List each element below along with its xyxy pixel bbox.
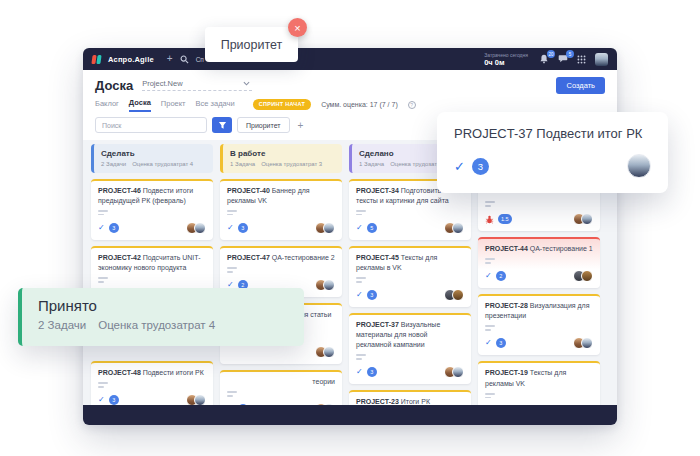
estimate-badge: 3 xyxy=(109,223,119,233)
accepted-task-count: 2 Задачи xyxy=(38,319,86,331)
check-icon: ✓ xyxy=(485,338,492,348)
avatar xyxy=(323,279,335,291)
avatar xyxy=(323,222,335,234)
description-icon xyxy=(485,200,495,208)
task-id: PROJECT-46 xyxy=(98,187,141,194)
avatar xyxy=(627,154,651,178)
estimate-badge: 2 xyxy=(496,271,506,281)
check-icon: ✓ xyxy=(356,367,363,377)
quick-add-button[interactable]: + xyxy=(167,54,173,64)
estimate-badge: 3 xyxy=(367,290,377,300)
avatar xyxy=(581,270,593,282)
messages-icon[interactable]: 5 xyxy=(558,54,568,64)
nav-menu-item[interactable]: Сп xyxy=(196,56,204,63)
task-card[interactable]: PROJECT-45 Тексты для рекламы в VK ✓ 3 xyxy=(349,246,471,307)
priority-tooltip: Приоритет × xyxy=(205,27,298,62)
task-card[interactable]: PROJECT-37 Визуальные материалы для ново… xyxy=(349,313,471,384)
notifications-bell-icon[interactable]: 20 xyxy=(539,54,549,64)
accepted-title: Принято xyxy=(38,297,288,314)
check-icon: ✓ xyxy=(454,159,465,174)
task-id: PROJECT-48 xyxy=(98,369,141,376)
task-id: PROJECT-37 xyxy=(356,321,399,328)
task-id: PROJECT-19 xyxy=(485,369,528,376)
accepted-effort: Оценка трудозатрат 4 xyxy=(98,319,215,331)
notifications-count-badge: 20 xyxy=(547,50,555,58)
avatar xyxy=(581,337,593,349)
description-icon xyxy=(227,390,237,398)
check-icon: ✓ xyxy=(356,223,363,233)
task-id: PROJECT-47 xyxy=(227,254,270,261)
task-popup-card[interactable]: PROJECT-37 Подвести итог РК ✓ 3 xyxy=(437,112,668,193)
create-button[interactable]: Создать xyxy=(556,77,605,94)
task-id: PROJECT-28 xyxy=(485,302,528,309)
time-tracker: Затрачено сегодня 0ч 0м xyxy=(484,52,528,67)
column-header: Сделать 2 Задачи Оценка трудозатрат 4 xyxy=(91,144,213,173)
close-icon[interactable]: × xyxy=(288,18,307,37)
tab-project[interactable]: Проект xyxy=(161,99,186,111)
column-task-count: 1 Задача xyxy=(359,161,384,167)
accepted-column-callout: Принято 2 Задачи Оценка трудозатрат 4 xyxy=(18,288,304,346)
estimate-badge: 3 xyxy=(367,367,377,377)
avatar xyxy=(323,346,335,358)
apps-grid-icon[interactable] xyxy=(577,55,586,64)
task-card[interactable]: PROJECT-46 Подвести итоги предыдущей РК … xyxy=(91,179,213,240)
task-card[interactable]: PROJECT-44 QA-тестирование 1 ✓ 2 xyxy=(478,237,600,288)
column-effort: Оценка трудозатрат 3 xyxy=(261,161,322,167)
description-icon xyxy=(356,276,366,284)
estimate-badge: 1.5 xyxy=(498,214,512,224)
board-select[interactable]: Project.New xyxy=(142,79,252,91)
avatar xyxy=(194,222,206,234)
avatar xyxy=(452,289,464,301)
add-filter-button[interactable]: + xyxy=(298,120,304,131)
priority-filter-chip[interactable]: Приоритет xyxy=(237,117,290,133)
avatar xyxy=(452,222,464,234)
navbar-right: Затрачено сегодня 0ч 0м 20 5 xyxy=(484,52,608,67)
user-avatar[interactable] xyxy=(595,53,608,66)
sprint-status-badge: СПРИНТ НАЧАТ xyxy=(253,99,311,110)
tab-board[interactable]: Доска xyxy=(129,98,151,112)
task-card[interactable]: PROJECT-19 Тексты для рекламы VK ✓ 5 xyxy=(478,361,600,405)
task-id: PROJECT-40 xyxy=(227,187,270,194)
column-in-progress: В работе 1 Задача Оценка трудозатрат 3 P… xyxy=(220,144,342,405)
filter-button[interactable] xyxy=(212,117,232,133)
task-card[interactable]: PROJECT-48 Подвести итоги РК ✓ 3 xyxy=(91,361,213,405)
description-icon xyxy=(227,266,237,274)
messages-count-badge: 5 xyxy=(566,50,574,58)
description-icon xyxy=(485,257,495,265)
info-icon[interactable] xyxy=(408,101,416,109)
check-icon: ✓ xyxy=(98,395,105,405)
task-title: QA-тестирование 1 xyxy=(530,245,593,252)
description-icon xyxy=(356,353,366,361)
estimate-badge: 3 xyxy=(496,338,506,348)
time-tracker-label: Затрачено сегодня xyxy=(484,52,528,58)
task-title: Подвести итоги РК xyxy=(143,369,204,376)
task-title: QA-тестирование 2 xyxy=(272,254,335,261)
column-task-count: 1 Задача xyxy=(230,161,255,167)
task-card[interactable]: PROJECT-28 Визуализация для презентации … xyxy=(478,294,600,355)
chevron-down-icon xyxy=(243,81,250,86)
page-title: Доска xyxy=(95,78,133,93)
description-icon xyxy=(98,209,108,217)
board-select-value: Project.New xyxy=(142,79,182,88)
avatar xyxy=(452,366,464,378)
task-id: PROJECT-42 xyxy=(98,254,141,261)
page: Аспро.Agile + Сп Затрачено сегодня 0ч 0м… xyxy=(0,0,700,456)
search-icon[interactable] xyxy=(180,55,189,64)
column-header: В работе 1 Задача Оценка трудозатрат 3 xyxy=(220,144,342,173)
task-card[interactable]: PROJECT-40 Баннер для рекламы VK ✓ 3 xyxy=(220,179,342,240)
priority-tooltip-label: Приоритет xyxy=(221,38,283,52)
tab-backlog[interactable]: Баклог xyxy=(95,99,119,111)
description-icon xyxy=(356,209,366,217)
description-icon xyxy=(98,381,108,389)
search-input[interactable] xyxy=(95,117,207,133)
column-todo: Сделать 2 Задачи Оценка трудозатрат 4 PR… xyxy=(91,144,213,405)
check-icon: ✓ xyxy=(98,223,105,233)
check-icon: ✓ xyxy=(227,223,234,233)
description-icon xyxy=(227,209,237,217)
task-card[interactable]: PROJECT-23 Итоги РК ✓ 5 xyxy=(349,390,471,405)
tab-all-tasks[interactable]: Все задачи xyxy=(196,99,235,111)
estimate-badge: 3 xyxy=(472,158,489,175)
app-window: Аспро.Agile + Сп Затрачено сегодня 0ч 0м… xyxy=(83,48,617,425)
task-card[interactable]: теории ✓ 3 xyxy=(220,370,342,405)
estimate-badge: 5 xyxy=(367,223,377,233)
